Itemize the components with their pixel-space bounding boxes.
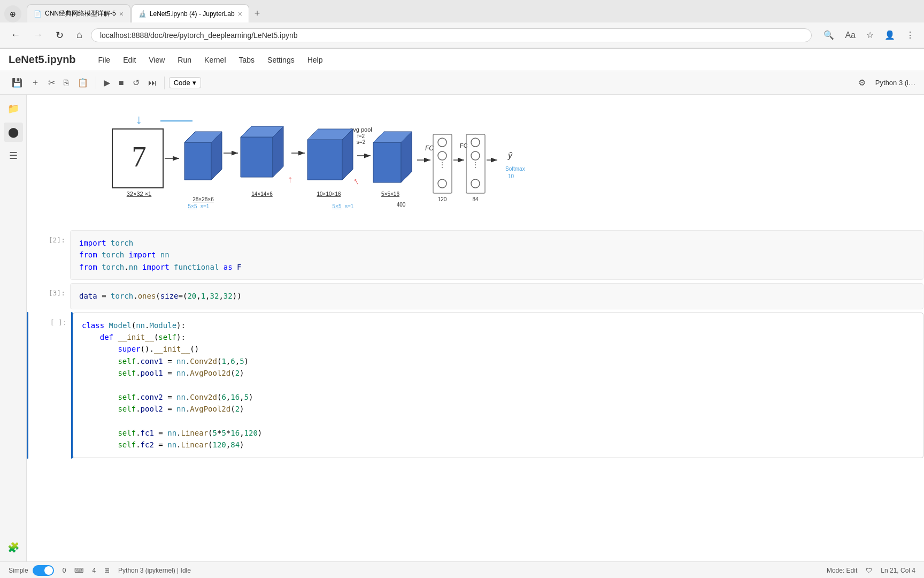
svg-text:14×14×6: 14×14×6 — [251, 191, 273, 197]
svg-text:Softmax: Softmax — [505, 166, 525, 172]
menu-items: File Edit View Run Kernel Tabs Settings … — [93, 54, 328, 66]
browser-chrome: ⊕ 📄 CNN经典网络模型详解-5 × 🔬 LeNet5.ipynb (4) -… — [0, 0, 924, 49]
cell-type-arrow: ▾ — [192, 79, 196, 87]
svg-text:⋮: ⋮ — [472, 161, 479, 169]
ln-col: Ln 21, Col 4 — [881, 567, 915, 574]
menu-file[interactable]: File — [93, 54, 116, 66]
cut-button[interactable]: ✂ — [45, 75, 58, 90]
settings-icon[interactable]: ⚙ — [855, 75, 869, 90]
paste-button[interactable]: 📋 — [74, 75, 91, 90]
add-cell-button[interactable]: ＋ — [28, 75, 43, 90]
sidebar-puzzle-icon[interactable]: 🧩 — [4, 538, 23, 557]
move-up-button[interactable]: ↑ — [888, 315, 896, 325]
svg-marker-23 — [307, 140, 342, 180]
sidebar-folder-icon[interactable]: 📁 — [4, 99, 23, 118]
menu-tabs[interactable]: Tabs — [234, 54, 260, 66]
menu-edit[interactable]: Edit — [118, 54, 141, 66]
svg-text:10: 10 — [508, 173, 514, 179]
restart-button[interactable]: ↺ — [129, 75, 143, 90]
toolbar-separator-1 — [96, 77, 96, 89]
copy-button[interactable]: ⎘ — [60, 76, 72, 90]
tab-jupyter-title: LeNet5.ipynb (4) - JupyterLab — [150, 10, 235, 18]
svg-text:⋮: ⋮ — [438, 161, 446, 169]
class-code-block[interactable]: class Model(nn.Module): def __init__(sel… — [73, 313, 923, 458]
refresh-button[interactable]: ↻ — [51, 27, 68, 43]
more-options-button[interactable]: ⊞ — [908, 315, 919, 325]
reader-icon[interactable]: Aa — [842, 28, 859, 42]
data-code-block[interactable]: data = torch.ones(size=(20,1,32,32)) — [70, 283, 923, 309]
svg-text:s=2: s=2 — [357, 139, 366, 145]
import-cell: [2]: import torch from torch import nn f… — [27, 230, 924, 280]
sidebar-circle-icon[interactable]: ⬤ — [4, 123, 23, 142]
grid-icon: ⊞ — [104, 567, 110, 574]
data-cell-gutter: [3]: — [27, 283, 70, 309]
cell-count: 0 — [63, 567, 66, 574]
simple-toggle[interactable]: Simple — [9, 565, 54, 576]
move-down-button[interactable]: ↓ — [898, 315, 906, 325]
tab-cnn-favicon: 📄 — [34, 10, 42, 18]
kernel-indicator: Python 3 (i… — [875, 79, 915, 87]
extensions-icon[interactable]: ⋮ — [903, 28, 918, 42]
class-code-wrapper: ⎘ ↑ ↓ ⊞ class Model(nn.Module): def __in… — [71, 312, 924, 459]
svg-text:32×32 ×1: 32×32 ×1 — [127, 191, 152, 197]
forward-button[interactable]: → — [29, 27, 47, 43]
bookmark-icon[interactable]: ☆ — [863, 28, 877, 42]
svg-point-38 — [438, 151, 446, 160]
svg-text:5×5: 5×5 — [188, 203, 197, 209]
address-bar[interactable] — [91, 28, 812, 42]
new-tab-button[interactable]: + — [250, 4, 265, 22]
browser-icon[interactable]: ⊕ — [4, 5, 21, 22]
notebook-area: ↓ 7 32×32 ×1 — [27, 95, 924, 561]
back-button[interactable]: ← — [6, 27, 25, 43]
jupyter-lab: LeNet5.ipynb File Edit View Run Kernel T… — [0, 49, 924, 578]
save-button[interactable]: 💾 — [9, 75, 26, 90]
sidebar-list-icon[interactable]: ☰ — [4, 146, 23, 165]
tab-jupyter[interactable]: 🔬 LeNet5.ipynb (4) - JupyterLab × — [132, 4, 249, 22]
shield-icon: 🛡 — [866, 567, 872, 574]
cell-type-select[interactable]: Code ▾ — [169, 77, 201, 88]
svg-text:ŷ: ŷ — [507, 151, 513, 160]
import-code-wrapper: import torch from torch import nn from t… — [70, 230, 924, 280]
tab-cnn[interactable]: 📄 CNN经典网络模型详解-5 × — [27, 4, 130, 22]
menu-run[interactable]: Run — [172, 54, 197, 66]
data-cell-content[interactable]: data = torch.ones(size=(20,1,32,32)) — [70, 283, 924, 309]
edit-mode: Mode: Edit — [827, 567, 857, 574]
svg-marker-14 — [241, 137, 273, 177]
tab-count: 4 — [92, 567, 96, 574]
svg-text:5×5×16: 5×5×16 — [381, 191, 399, 197]
stop-button[interactable]: ■ — [116, 76, 127, 90]
import-cell-content[interactable]: import torch from torch import nn from t… — [70, 230, 924, 280]
class-cell-gutter: [ ]: — [28, 312, 71, 459]
keyboard-icon: ⌨ — [74, 567, 83, 574]
copy-cell-button[interactable]: ⎘ — [877, 315, 886, 325]
home-button[interactable]: ⌂ — [72, 27, 87, 43]
diagram-cell-content: ↓ 7 32×32 ×1 — [70, 108, 924, 227]
tab-cnn-close[interactable]: × — [119, 10, 124, 18]
svg-point-40 — [438, 179, 446, 188]
menu-settings[interactable]: Settings — [262, 54, 300, 66]
svg-text:28×28×6: 28×28×6 — [192, 196, 214, 202]
jupyter-menubar: LeNet5.ipynb File Edit View Run Kernel T… — [0, 49, 924, 71]
toggle-track[interactable] — [33, 565, 54, 576]
svg-text:f=2: f=2 — [357, 133, 365, 139]
search-icon[interactable]: 🔍 — [820, 28, 837, 42]
class-cell: [ ]: ⎘ ↑ ↓ ⊞ class Model(nn.Module): def… — [27, 312, 924, 459]
class-cell-content[interactable]: ⎘ ↑ ↓ ⊞ class Model(nn.Module): def __in… — [71, 312, 924, 459]
profile-icon[interactable]: 👤 — [881, 28, 898, 42]
jupyter-title: LeNet5.ipynb — [9, 54, 76, 66]
tab-jupyter-close[interactable]: × — [238, 10, 242, 18]
svg-text:5×5: 5×5 — [333, 203, 342, 209]
run-button[interactable]: ▶ — [101, 75, 113, 90]
svg-point-37 — [438, 138, 446, 147]
svg-text:FC: FC — [425, 144, 434, 152]
svg-text:↑: ↑ — [288, 174, 292, 185]
tab-bar: ⊕ 📄 CNN经典网络模型详解-5 × 🔬 LeNet5.ipynb (4) -… — [0, 0, 924, 22]
run-all-button[interactable]: ⏭ — [145, 76, 160, 90]
menu-kernel[interactable]: Kernel — [199, 54, 231, 66]
class-cell-number: [ ]: — [50, 318, 67, 326]
toolbar-separator-2 — [164, 77, 165, 89]
menu-help[interactable]: Help — [302, 54, 328, 66]
import-code-block[interactable]: import torch from torch import nn from t… — [70, 230, 923, 280]
menu-view[interactable]: View — [143, 54, 170, 66]
svg-text:7: 7 — [132, 140, 147, 173]
